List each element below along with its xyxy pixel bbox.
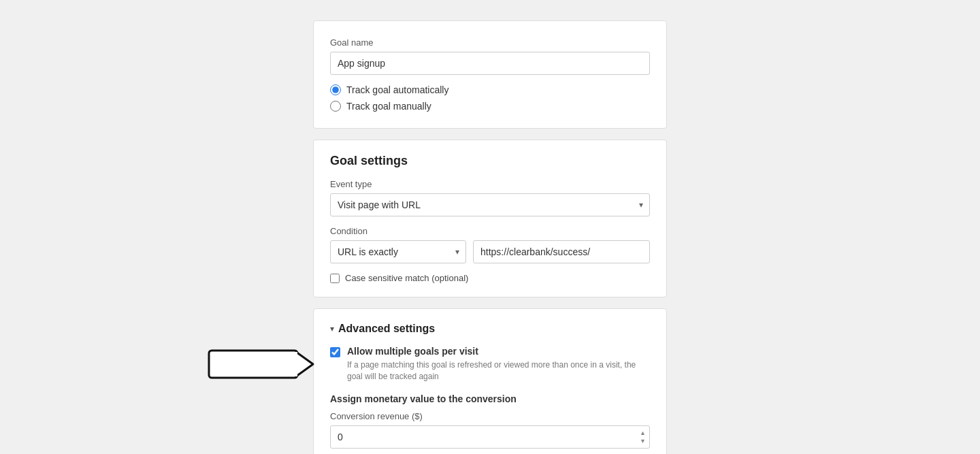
case-sensitive-row: Case sensitive match (optional) <box>330 273 650 283</box>
condition-label: Condition <box>330 226 650 236</box>
assign-monetary-title: Assign monetary value to the conversion <box>330 393 650 404</box>
goal-name-card: Goal name Track goal automatically Track… <box>313 20 667 129</box>
number-spinners: ▲ ▼ <box>638 429 647 444</box>
track-auto-option[interactable]: Track goal automatically <box>330 84 650 95</box>
assign-monetary-section: Assign monetary value to the conversion … <box>330 393 650 454</box>
advanced-title-row: ▾ Advanced settings <box>330 323 650 335</box>
condition-select-wrapper: URL is exactly URL contains URL starts w… <box>330 240 466 263</box>
conversion-revenue-wrapper: ▲ ▼ <box>330 425 650 449</box>
track-manual-label: Track goal manually <box>346 101 431 112</box>
event-type-select[interactable]: Visit page with URL Custom event <box>330 193 650 216</box>
conversion-revenue-input[interactable] <box>330 425 650 449</box>
allow-multiple-wrapper: Allow multiple goals per visit If a page… <box>330 346 650 383</box>
advanced-settings-card: ▾ Advanced settings Allow multip <box>313 308 667 454</box>
track-auto-radio[interactable] <box>330 84 341 95</box>
goal-name-input[interactable] <box>330 52 650 75</box>
annotation-arrow-svg <box>208 349 316 379</box>
track-auto-label: Track goal automatically <box>346 84 448 95</box>
allow-multiple-row: Allow multiple goals per visit If a page… <box>330 346 650 383</box>
goal-name-label: Goal name <box>330 37 650 48</box>
advanced-chevron-icon: ▾ <box>330 324 334 334</box>
spinner-up-button[interactable]: ▲ <box>638 429 647 436</box>
condition-select[interactable]: URL is exactly URL contains URL starts w… <box>330 240 466 263</box>
conversion-revenue-label: Conversion revenue ($) <box>330 411 650 421</box>
case-sensitive-checkbox[interactable] <box>330 274 340 283</box>
condition-section: Condition URL is exactly URL contains UR… <box>330 226 650 283</box>
event-type-section: Event type Visit page with URL Custom ev… <box>330 179 650 216</box>
case-sensitive-label: Case sensitive match (optional) <box>345 273 468 283</box>
svg-rect-0 <box>209 351 297 378</box>
track-manual-option[interactable]: Track goal manually <box>330 101 650 112</box>
event-type-label: Event type <box>330 179 650 189</box>
advanced-settings-title: Advanced settings <box>338 323 435 335</box>
condition-row: URL is exactly URL contains URL starts w… <box>330 240 650 263</box>
event-type-select-wrapper: Visit page with URL Custom event ▾ <box>330 193 650 216</box>
goal-settings-card: Goal settings Event type Visit page with… <box>313 140 667 297</box>
track-manual-radio[interactable] <box>330 101 341 112</box>
allow-multiple-description: If a page matching this goal is refreshe… <box>347 359 650 383</box>
tracking-radio-group: Track goal automatically Track goal manu… <box>330 84 650 112</box>
condition-url-input[interactable] <box>473 240 650 263</box>
allow-multiple-checkbox[interactable] <box>330 347 340 357</box>
spinner-down-button[interactable]: ▼ <box>638 437 647 444</box>
allow-multiple-text: Allow multiple goals per visit If a page… <box>347 346 650 383</box>
goal-settings-title: Goal settings <box>330 154 650 168</box>
allow-multiple-label: Allow multiple goals per visit <box>347 346 650 357</box>
svg-marker-2 <box>296 352 313 376</box>
annotation-arrow-container <box>208 349 316 379</box>
